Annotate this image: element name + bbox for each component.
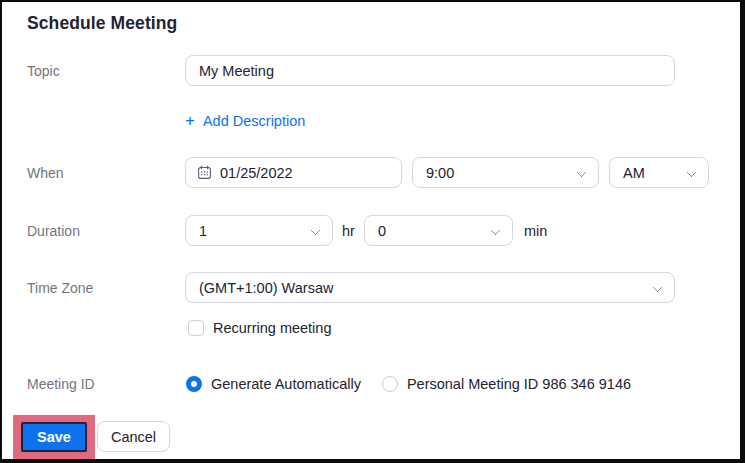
plus-icon: + [185,114,195,128]
date-value: 01/25/2022 [220,165,293,181]
topic-input-value: My Meeting [186,63,274,79]
recurring-checkbox[interactable] [188,320,204,336]
cancel-button[interactable]: Cancel [97,421,170,452]
recurring-row: Recurring meeting [27,319,331,337]
meridiem-value: AM [610,165,645,181]
radio-selected-icon[interactable] [186,376,202,392]
timezone-row: Time Zone (GMT+1:00) Warsaw [27,272,675,303]
when-row: When 01/25/2022 9:00 AM [27,157,709,188]
recurring-label: Recurring meeting [213,320,331,336]
timezone-value: (GMT+1:00) Warsaw [186,280,333,296]
topic-input[interactable]: My Meeting [185,55,675,86]
save-button-highlight-annotation: Save [13,415,95,459]
radio-personal-meeting-id[interactable]: Personal Meeting ID 986 346 9146 [382,376,631,392]
timezone-label: Time Zone [27,280,185,296]
description-row: + Add Description [27,110,305,132]
time-select[interactable]: 9:00 [412,157,599,188]
meridiem-select[interactable]: AM [609,157,709,188]
timezone-select[interactable]: (GMT+1:00) Warsaw [185,272,675,303]
time-value: 9:00 [413,165,454,181]
topic-row: Topic My Meeting [27,55,675,86]
chevron-down-icon [653,283,663,293]
schedule-meeting-dialog: Schedule Meeting Topic My Meeting + Add … [0,0,745,463]
duration-minutes-select[interactable]: 0 [364,215,513,246]
radio-unselected-icon[interactable] [382,376,398,392]
duration-minutes-value: 0 [365,223,386,239]
save-button[interactable]: Save [21,422,87,452]
chevron-down-icon [577,168,587,178]
radio-generate-automatically[interactable]: Generate Automatically [186,376,361,392]
chevron-down-icon [490,226,500,236]
hours-unit-label: hr [342,223,355,239]
chevron-down-icon [311,226,321,236]
date-input[interactable]: 01/25/2022 [185,157,402,188]
duration-row: Duration 1 hr 0 min [27,215,547,246]
page-title: Schedule Meeting [27,13,177,34]
calendar-icon [197,165,212,180]
meeting-id-label: Meeting ID [27,376,186,392]
radio-personal-label: Personal Meeting ID 986 346 9146 [407,376,631,392]
duration-label: Duration [27,223,185,239]
duration-hours-select[interactable]: 1 [185,215,333,246]
duration-hours-value: 1 [186,223,207,239]
minutes-unit-label: min [524,223,547,239]
meeting-id-row: Meeting ID Generate Automatically Person… [27,375,631,393]
when-label: When [27,165,185,181]
topic-label: Topic [27,63,185,79]
radio-generate-label: Generate Automatically [211,376,361,392]
chevron-down-icon [687,168,697,178]
add-description-link[interactable]: + Add Description [185,113,305,129]
add-description-label: Add Description [203,113,305,129]
